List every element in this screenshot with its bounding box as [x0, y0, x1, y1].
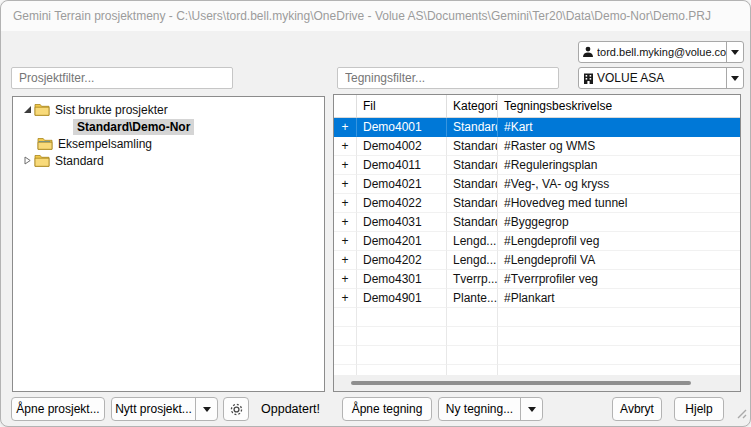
collapsed-arrow-icon[interactable]: [21, 156, 34, 165]
cell-beskrivelse: #Lengdeprofil VA: [498, 251, 740, 270]
settings-button[interactable]: [223, 397, 249, 421]
project-tree: Sist brukte prosjekter Standard\Demo-Nor…: [12, 96, 325, 392]
new-drawing-split-button[interactable]: Ny tegning...: [438, 397, 543, 421]
gear-icon: [229, 402, 244, 417]
organization-dropdown-arrow[interactable]: [726, 68, 743, 88]
row-expand-button[interactable]: +: [334, 194, 357, 213]
header-expand: [334, 95, 357, 117]
row-expand-button[interactable]: +: [334, 175, 357, 194]
empty-row: [334, 308, 740, 327]
open-project-button[interactable]: Åpne prosjekt...: [11, 397, 105, 421]
organization-dropdown[interactable]: VOLUE ASA: [578, 67, 744, 89]
cell-fil: Demo4001: [357, 118, 447, 137]
chevron-down-icon: [731, 76, 739, 81]
table-row[interactable]: + Demo4021 Standard #Veg-, VA- og kryss: [334, 175, 740, 194]
table-row[interactable]: + Demo4022 Standard #Hovedveg med tunnel: [334, 194, 740, 213]
cell-beskrivelse: #Plankart: [498, 289, 740, 308]
row-expand-button[interactable]: +: [334, 156, 357, 175]
building-icon: [579, 73, 597, 84]
table-row[interactable]: + Demo4002 Standard #Raster og WMS: [334, 137, 740, 156]
title-bar: Gemini Terrain prosjektmeny - C:\Users\t…: [1, 1, 750, 31]
horizontal-scrollbar[interactable]: [334, 375, 740, 391]
row-expand-button[interactable]: +: [334, 270, 357, 289]
cell-kategori: Plante...: [447, 289, 498, 308]
cell-fil: Demo4002: [357, 137, 447, 156]
cell-fil: Demo4201: [357, 232, 447, 251]
table-row[interactable]: + Demo4901 Plante... #Plankart: [334, 289, 740, 308]
row-expand-button[interactable]: +: [334, 213, 357, 232]
selected-project-label[interactable]: Standard\Demo-Nor: [73, 119, 194, 135]
header-beskrivelse[interactable]: Tegningsbeskrivelse: [498, 95, 740, 117]
table-row[interactable]: + Demo4301 Tverrp... #Tverrprofiler veg: [334, 270, 740, 289]
cell-fil: Demo4022: [357, 194, 447, 213]
cell-beskrivelse: #Hovedveg med tunnel: [498, 194, 740, 213]
header-kategori[interactable]: Kategori: [447, 95, 498, 117]
folder-icon: [34, 103, 50, 116]
cell-kategori: Standard: [447, 194, 498, 213]
tree-item-standard[interactable]: Standard: [13, 152, 324, 169]
table-row[interactable]: + Demo4031 Standard #Byggegrop: [334, 213, 740, 232]
cell-kategori: Standard: [447, 156, 498, 175]
cell-beskrivelse: #Reguleringsplan: [498, 156, 740, 175]
cell-beskrivelse: #Tverrprofiler veg: [498, 270, 740, 289]
cell-fil: Demo4901: [357, 289, 447, 308]
tree-item-recent-projects[interactable]: Sist brukte prosjekter: [13, 101, 324, 118]
cell-beskrivelse: #Byggegrop: [498, 213, 740, 232]
cell-beskrivelse: #Veg-, VA- og kryss: [498, 175, 740, 194]
open-drawing-button[interactable]: Åpne tegning: [342, 397, 432, 421]
empty-row: [334, 346, 740, 365]
folder-icon: [34, 154, 50, 167]
table-row[interactable]: + Demo4001 Standard #Kart: [334, 118, 740, 137]
chevron-down-icon: [203, 407, 211, 412]
dialog-window: Gemini Terrain prosjektmeny - C:\Users\t…: [0, 0, 751, 427]
cell-fil: Demo4021: [357, 175, 447, 194]
cell-kategori: Lengd...: [447, 251, 498, 270]
expanded-arrow-icon[interactable]: [21, 105, 34, 114]
chevron-down-icon: [731, 50, 739, 55]
chevron-down-icon: [528, 407, 536, 412]
cancel-button[interactable]: Avbryt: [612, 397, 662, 421]
cell-fil: Demo4011: [357, 156, 447, 175]
tree-item-current-project[interactable]: Standard\Demo-Nor: [13, 118, 324, 135]
header-fil[interactable]: Fil: [357, 95, 447, 117]
table-row[interactable]: + Demo4011 Standard #Reguleringsplan: [334, 156, 740, 175]
project-filter-input[interactable]: [11, 67, 233, 89]
tree-item-label: Sist brukte prosjekter: [55, 103, 168, 117]
new-project-dropdown-arrow[interactable]: [195, 398, 217, 420]
drawings-table: Fil Kategori Tegningsbeskrivelse + Demo4…: [333, 94, 741, 392]
cell-fil: Demo4031: [357, 213, 447, 232]
cell-fil: Demo4301: [357, 270, 447, 289]
empty-row: [334, 327, 740, 346]
row-expand-button[interactable]: +: [334, 289, 357, 308]
cell-beskrivelse: #Lengdeprofil veg: [498, 232, 740, 251]
new-project-label[interactable]: Nytt prosjekt...: [112, 398, 195, 420]
cell-kategori: Standard: [447, 118, 498, 137]
cell-kategori: Standard: [447, 175, 498, 194]
new-drawing-dropdown-arrow[interactable]: [520, 398, 542, 420]
tree-item-examples[interactable]: Eksempelsamling: [13, 135, 324, 152]
table-row[interactable]: + Demo4202 Lengd... #Lengdeprofil VA: [334, 251, 740, 270]
status-label: Oppdatert!: [261, 397, 320, 421]
organization-name: VOLUE ASA: [597, 71, 726, 85]
cell-kategori: Tverrp...: [447, 270, 498, 289]
cell-beskrivelse: #Kart: [498, 118, 740, 137]
cell-kategori: Lengd...: [447, 232, 498, 251]
new-drawing-label[interactable]: Ny tegning...: [439, 398, 520, 420]
window-title: Gemini Terrain prosjektmeny - C:\Users\t…: [13, 9, 711, 23]
row-expand-button[interactable]: +: [334, 232, 357, 251]
help-button[interactable]: Hjelp: [674, 397, 724, 421]
new-project-split-button[interactable]: Nytt prosjekt...: [111, 397, 218, 421]
scrollbar-thumb[interactable]: [351, 381, 691, 385]
user-icon: [579, 46, 597, 58]
table-row[interactable]: + Demo4201 Lengd... #Lengdeprofil veg: [334, 232, 740, 251]
row-expand-button[interactable]: +: [334, 118, 357, 137]
account-dropdown-arrow[interactable]: [726, 42, 743, 62]
resize-grip[interactable]: [733, 405, 747, 423]
tree-item-label: Standard: [55, 154, 104, 168]
row-expand-button[interactable]: +: [334, 137, 357, 156]
tree-item-label: Eksempelsamling: [58, 137, 152, 151]
cell-kategori: Standard: [447, 137, 498, 156]
row-expand-button[interactable]: +: [334, 251, 357, 270]
account-dropdown[interactable]: tord.bell.myking@volue.co: [578, 41, 744, 63]
drawing-filter-input[interactable]: [337, 67, 559, 89]
